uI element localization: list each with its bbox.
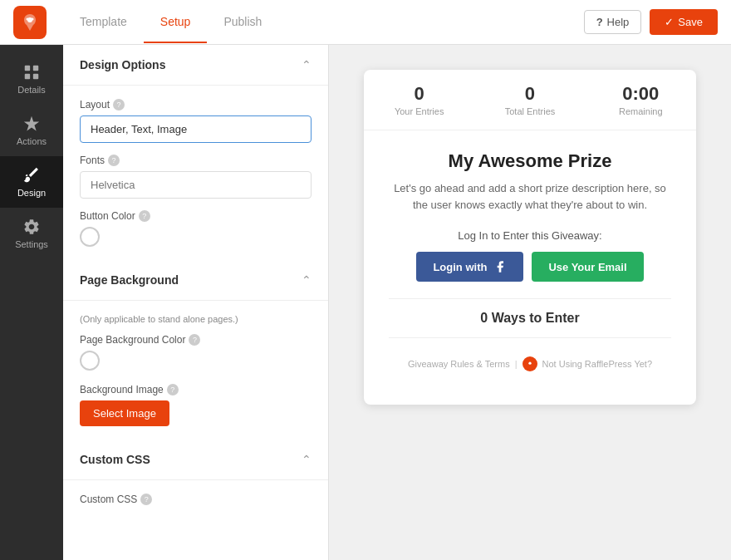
main-layout: Details Actions Design Settings Design O… bbox=[0, 45, 731, 560]
footer-rules-text: Giveaway Rules & Terms bbox=[408, 359, 510, 369]
bg-color-label: Page Background Color ? bbox=[80, 334, 312, 346]
svg-point-3 bbox=[28, 20, 32, 22]
tab-setup[interactable]: Setup bbox=[144, 2, 208, 43]
custom-css-help-icon[interactable]: ? bbox=[140, 494, 152, 505]
sidebar-label-settings: Settings bbox=[15, 239, 48, 249]
total-entries-label: Total Entries bbox=[474, 106, 585, 116]
design-options-header[interactable]: Design Options ⌃ bbox=[63, 45, 328, 86]
sidebar: Details Actions Design Settings bbox=[0, 45, 63, 560]
sidebar-item-settings[interactable]: Settings bbox=[0, 208, 63, 259]
facebook-login-button[interactable]: Login with bbox=[416, 252, 523, 282]
custom-css-header[interactable]: Custom CSS ⌃ bbox=[63, 440, 328, 480]
layout-label: Layout ? bbox=[80, 99, 312, 111]
save-button[interactable]: ✓ Save bbox=[650, 9, 718, 35]
help-circle-icon: ? bbox=[596, 16, 603, 28]
select-image-button[interactable]: Select Image bbox=[80, 400, 169, 426]
sidebar-item-actions[interactable]: Actions bbox=[0, 105, 63, 156]
login-label: Log In to Enter this Giveaway: bbox=[389, 229, 671, 242]
stat-your-entries: 0 Your Entries bbox=[364, 83, 474, 116]
button-color-picker[interactable] bbox=[80, 227, 100, 247]
design-options-body: Layout ? Fonts ? Button Color ? bbox=[63, 86, 328, 260]
svg-point-8 bbox=[528, 362, 531, 365]
chevron-down-icon: ⌃ bbox=[302, 58, 312, 71]
widget-body: My Awesome Prize Let's go ahead and add … bbox=[364, 130, 696, 405]
stat-remaining: 0:00 Remaining bbox=[586, 83, 696, 116]
save-icon: ✓ bbox=[665, 16, 674, 28]
custom-css-chevron-icon: ⌃ bbox=[302, 453, 312, 466]
design-options-title: Design Options bbox=[80, 58, 165, 71]
svg-rect-6 bbox=[25, 74, 30, 79]
bg-color-picker[interactable] bbox=[80, 351, 100, 371]
layout-help-icon[interactable]: ? bbox=[113, 99, 125, 111]
nav-tabs: Template Setup Publish bbox=[63, 2, 584, 43]
ways-to-enter: 0 Ways to Enter bbox=[389, 298, 671, 338]
button-color-label: Button Color ? bbox=[80, 210, 312, 222]
top-nav: Template Setup Publish ? Help ✓ Save bbox=[0, 0, 731, 45]
logo bbox=[13, 6, 47, 39]
widget-stats: 0 Your Entries 0 Total Entries 0:00 Rema… bbox=[364, 70, 696, 130]
prize-title: My Awesome Prize bbox=[389, 150, 671, 172]
your-entries-label: Your Entries bbox=[364, 106, 474, 116]
sidebar-label-design: Design bbox=[17, 188, 46, 198]
tab-publish[interactable]: Publish bbox=[207, 2, 278, 43]
right-actions: ? Help ✓ Save bbox=[584, 9, 718, 35]
bg-image-label: Background Image ? bbox=[80, 384, 312, 395]
login-with-text: Login with bbox=[433, 261, 487, 273]
fonts-label: Fonts ? bbox=[80, 155, 312, 166]
login-buttons: Login with Use Your Email bbox=[389, 252, 671, 282]
svg-rect-7 bbox=[33, 74, 38, 79]
standalone-note: (Only applicable to stand alone pages.) bbox=[80, 314, 312, 324]
svg-rect-5 bbox=[33, 66, 38, 71]
bg-color-help-icon[interactable]: ? bbox=[189, 334, 200, 346]
custom-css-title: Custom CSS bbox=[80, 453, 150, 466]
footer-divider: | bbox=[515, 359, 518, 369]
widget-footer: Giveaway Rules & Terms | Not Using Raffl… bbox=[389, 350, 671, 385]
tab-template[interactable]: Template bbox=[63, 2, 144, 43]
sidebar-label-actions: Actions bbox=[17, 136, 47, 146]
page-background-title: Page Background bbox=[80, 273, 179, 287]
layout-input[interactable] bbox=[80, 115, 312, 143]
stat-total-entries: 0 Total Entries bbox=[474, 83, 585, 116]
fonts-help-icon[interactable]: ? bbox=[108, 155, 120, 166]
bg-image-help-icon[interactable]: ? bbox=[167, 384, 179, 395]
sidebar-item-design[interactable]: Design bbox=[0, 156, 63, 208]
your-entries-value: 0 bbox=[364, 83, 474, 105]
options-panel: Design Options ⌃ Layout ? Fonts ? Button… bbox=[63, 45, 329, 560]
email-login-button[interactable]: Use Your Email bbox=[532, 252, 643, 282]
footer-not-using-text: Not Using RafflePress Yet? bbox=[542, 359, 652, 369]
total-entries-value: 0 bbox=[474, 83, 585, 105]
sidebar-item-details[interactable]: Details bbox=[0, 53, 63, 105]
preview-area: 0 Your Entries 0 Total Entries 0:00 Rema… bbox=[329, 45, 731, 560]
page-bg-chevron-icon: ⌃ bbox=[302, 273, 312, 287]
giveaway-widget: 0 Your Entries 0 Total Entries 0:00 Rema… bbox=[364, 70, 696, 405]
button-color-help-icon[interactable]: ? bbox=[139, 210, 150, 222]
footer-logo-icon bbox=[522, 356, 537, 371]
custom-css-body: Custom CSS ? bbox=[63, 480, 328, 523]
custom-css-label: Custom CSS ? bbox=[80, 494, 312, 505]
fonts-input[interactable] bbox=[80, 171, 312, 199]
remaining-label: Remaining bbox=[586, 106, 696, 116]
help-button[interactable]: ? Help bbox=[584, 10, 642, 34]
page-background-body: (Only applicable to stand alone pages.) … bbox=[63, 301, 328, 440]
svg-point-1 bbox=[27, 17, 29, 20]
remaining-value: 0:00 bbox=[586, 83, 696, 105]
svg-point-2 bbox=[32, 17, 34, 20]
prize-description: Let's go ahead and add a short prize des… bbox=[389, 180, 671, 213]
page-background-header[interactable]: Page Background ⌃ bbox=[63, 260, 328, 301]
sidebar-label-details: Details bbox=[17, 85, 46, 95]
svg-rect-4 bbox=[25, 66, 30, 71]
